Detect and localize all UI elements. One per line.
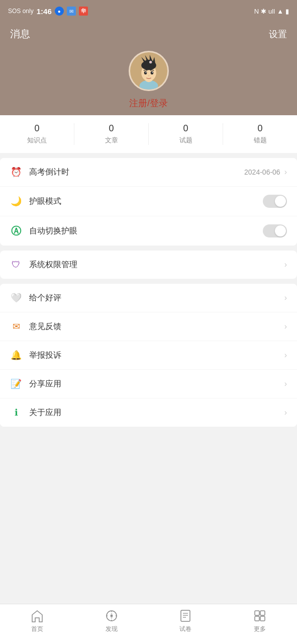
stat-wrong-number: 0 bbox=[257, 123, 262, 134]
menu-left-gaokao: ⏰ 高考倒计时 bbox=[10, 166, 69, 178]
gaokao-date: 2024-06-06 bbox=[244, 168, 280, 176]
menu-item-about[interactable]: ℹ 关于应用 › bbox=[0, 398, 297, 427]
chevron-right-icon-5: › bbox=[284, 351, 287, 360]
main-content: ⏰ 高考倒计时 2024-06-06 › 🌙 护眼模式 Ⓐ 自动切换护眼 bbox=[0, 158, 297, 472]
stat-question-label: 试题 bbox=[179, 136, 192, 145]
menu-right-eyecare bbox=[263, 195, 287, 208]
menu-left-permissions: 🛡 系统权限管理 bbox=[10, 259, 77, 271]
menu-right-feedback: › bbox=[284, 322, 287, 331]
menu-item-review[interactable]: 🤍 给个好评 › bbox=[0, 284, 297, 312]
autoeye-label: 自动切换护眼 bbox=[29, 226, 77, 236]
nav-discover[interactable]: 发现 bbox=[74, 609, 149, 633]
auto-icon: Ⓐ bbox=[10, 225, 22, 237]
nav-home-label: 首页 bbox=[31, 625, 43, 633]
more-icon bbox=[253, 609, 267, 623]
toggle-circle-2 bbox=[275, 225, 286, 236]
stat-question-number: 0 bbox=[183, 123, 188, 134]
permissions-label: 系统权限管理 bbox=[29, 260, 77, 270]
menu-left-feedback: ✉ 意见反馈 bbox=[10, 320, 61, 333]
profile-section: 注册/登录 0 知识点 0 文章 0 试题 0 错题 bbox=[0, 41, 297, 153]
menu-right-review: › bbox=[284, 293, 287, 302]
menu-right-share: › bbox=[284, 379, 287, 388]
stat-article-label: 文章 bbox=[105, 136, 118, 145]
menu-item-report[interactable]: 🔔 举报投诉 › bbox=[0, 341, 297, 370]
report-icon: 🔔 bbox=[10, 349, 22, 361]
bottom-navigation: 首页 发现 试卷 更多 bbox=[0, 604, 297, 644]
svg-rect-30 bbox=[260, 616, 265, 621]
menu-left-eyecare: 🌙 护眼模式 bbox=[10, 195, 61, 207]
svg-rect-23 bbox=[181, 610, 190, 621]
stat-article[interactable]: 0 文章 bbox=[74, 123, 148, 145]
menu-item-share[interactable]: 📝 分享应用 › bbox=[0, 370, 297, 398]
clock-icon: ⏰ bbox=[10, 166, 22, 178]
chevron-right-icon-7: › bbox=[284, 408, 287, 417]
menu-item-gaokao[interactable]: ⏰ 高考倒计时 2024-06-06 › bbox=[0, 158, 297, 187]
chevron-right-icon-4: › bbox=[284, 322, 287, 331]
svg-rect-29 bbox=[255, 616, 259, 621]
chevron-right-icon-2: › bbox=[284, 260, 287, 269]
nav-more[interactable]: 更多 bbox=[223, 609, 297, 633]
section-eye-timer: ⏰ 高考倒计时 2024-06-06 › 🌙 护眼模式 Ⓐ 自动切换护眼 bbox=[0, 158, 297, 246]
stat-wrong-label: 错题 bbox=[254, 136, 267, 145]
menu-right-about: › bbox=[284, 408, 287, 417]
chevron-right-icon-6: › bbox=[284, 379, 287, 388]
stat-knowledge[interactable]: 0 知识点 bbox=[0, 123, 74, 145]
stat-question[interactable]: 0 试题 bbox=[148, 123, 223, 145]
share-label: 分享应用 bbox=[29, 379, 61, 389]
svg-point-15 bbox=[152, 72, 153, 73]
info-icon: ℹ bbox=[10, 407, 22, 419]
wifi-icon: ▲ bbox=[277, 8, 283, 15]
app-icon-3: 华 bbox=[79, 7, 88, 16]
menu-left-about: ℹ 关于应用 bbox=[10, 407, 61, 419]
battery-icon: ▮ bbox=[285, 8, 289, 15]
eyecare-toggle[interactable] bbox=[263, 195, 287, 208]
chevron-right-icon: › bbox=[284, 168, 287, 177]
signal-icon: ull bbox=[268, 8, 275, 15]
avatar[interactable] bbox=[129, 51, 169, 91]
time: 1:46 bbox=[37, 7, 52, 16]
section-permissions: 🛡 系统权限管理 › bbox=[0, 251, 297, 279]
menu-item-eyecare[interactable]: 🌙 护眼模式 bbox=[0, 187, 297, 216]
nav-home[interactable]: 首页 bbox=[0, 609, 74, 633]
menu-left-review: 🤍 给个好评 bbox=[10, 292, 61, 304]
moon-icon: 🌙 bbox=[10, 195, 22, 207]
app-header: 消息 设置 bbox=[0, 22, 297, 41]
register-login-button[interactable]: 注册/登录 bbox=[129, 97, 168, 109]
autoeye-toggle[interactable] bbox=[263, 224, 287, 237]
about-label: 关于应用 bbox=[29, 408, 61, 418]
bluetooth-icon: ✱ bbox=[261, 8, 266, 15]
status-right: N ✱ ull ▲ ▮ bbox=[254, 8, 289, 15]
section-misc: 🤍 给个好评 › ✉ 意见反馈 › 🔔 举报投诉 › bbox=[0, 284, 297, 427]
header-title: 消息 bbox=[10, 27, 30, 41]
toggle-circle bbox=[275, 196, 286, 207]
nav-exam-label: 试卷 bbox=[179, 625, 191, 633]
menu-right-permissions: › bbox=[284, 260, 287, 269]
menu-item-permissions[interactable]: 🛡 系统权限管理 › bbox=[0, 251, 297, 279]
menu-right-report: › bbox=[284, 351, 287, 360]
nav-exam[interactable]: 试卷 bbox=[149, 609, 223, 633]
svg-point-13 bbox=[150, 71, 153, 74]
eyecare-label: 护眼模式 bbox=[29, 196, 61, 207]
review-label: 给个好评 bbox=[29, 293, 61, 303]
svg-rect-27 bbox=[255, 611, 259, 615]
stat-wrong[interactable]: 0 错题 bbox=[223, 123, 297, 145]
svg-point-14 bbox=[145, 72, 146, 73]
app-icon-2: ✉ bbox=[67, 7, 76, 16]
shield-icon: 🛡 bbox=[10, 259, 22, 271]
feedback-label: 意见反馈 bbox=[29, 321, 61, 332]
stats-row: 0 知识点 0 文章 0 试题 0 错题 bbox=[0, 115, 297, 153]
stat-knowledge-label: 知识点 bbox=[27, 136, 47, 145]
status-left: SOS only 1:46 ● ✉ 华 bbox=[8, 7, 88, 16]
settings-button[interactable]: 设置 bbox=[269, 28, 287, 40]
svg-point-18 bbox=[111, 615, 113, 617]
app-icon-1: ● bbox=[55, 7, 64, 16]
heart-icon: 🤍 bbox=[10, 292, 22, 304]
menu-right-autoeye bbox=[263, 224, 287, 237]
menu-item-autoeye[interactable]: Ⓐ 自动切换护眼 bbox=[0, 216, 297, 246]
menu-left-share: 📝 分享应用 bbox=[10, 378, 61, 390]
menu-item-feedback[interactable]: ✉ 意见反馈 › bbox=[0, 312, 297, 341]
stat-article-number: 0 bbox=[109, 123, 114, 134]
menu-left-report: 🔔 举报投诉 bbox=[10, 349, 61, 361]
nav-discover-label: 发现 bbox=[106, 625, 118, 633]
nfc-icon: N bbox=[254, 8, 259, 15]
